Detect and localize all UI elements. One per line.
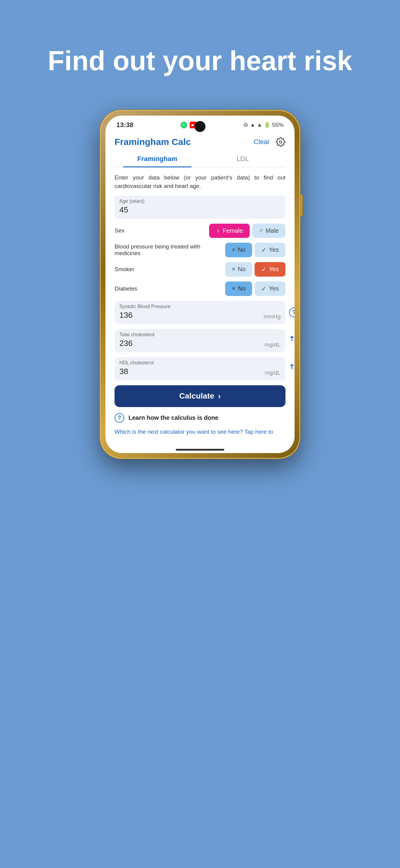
status-time: 13:38 — [116, 121, 133, 129]
sex-toggle-group: ♀ Female ♂ Male — [209, 224, 285, 238]
age-input-group: Age (years) — [115, 195, 285, 219]
total-cholesterol-row: mg/dL — [119, 339, 281, 348]
total-cholesterol-section: Total cholesterol mg/dL — [115, 329, 285, 352]
diabetes-row: Diabetes × No ✓ Yes — [115, 281, 285, 296]
camera-notch — [195, 121, 205, 132]
hdl-cholesterol-unit: mg/dL — [264, 370, 281, 376]
tab-framingham[interactable]: Framingham — [115, 151, 200, 167]
systolic-bp-input-group: Systolic Blood Pressure mmHg — [115, 301, 285, 324]
diabetes-toggle-group: × No ✓ Yes — [225, 281, 285, 296]
yes-check-icon: ✓ — [261, 246, 266, 254]
age-label: Age (years) — [119, 198, 281, 204]
bp-yes-button[interactable]: ✓ Yes — [255, 243, 285, 257]
settings-icon[interactable] — [276, 137, 285, 147]
total-cholesterol-input-group: Total cholesterol mg/dL — [115, 329, 285, 352]
signal-icon: ▲ — [257, 122, 262, 128]
phone-screen: 13:38 ✆ ▶ ⊖ ▲ ▲ 🔋 55% Framingham Calc — [106, 116, 294, 453]
clear-button[interactable]: Clear — [254, 138, 270, 146]
sex-label: Sex — [115, 227, 209, 234]
learn-row[interactable]: ? Learn how the calculus is done — [115, 413, 285, 423]
smoker-no-button[interactable]: × No — [225, 262, 252, 277]
hdl-cholesterol-section: HDL cholesterol mg/dL — [115, 357, 285, 380]
smoker-row: Smoker × No ✓ Yes — [115, 262, 285, 277]
female-icon: ♀ — [216, 227, 220, 234]
systolic-bp-input[interactable] — [119, 311, 232, 320]
total-cholesterol-input[interactable] — [119, 339, 232, 348]
hero-title: Find out your heart risk — [18, 45, 382, 77]
footer-link-area[interactable]: Which is the next calculator you want to… — [115, 428, 285, 436]
hdl-cholesterol-row: mg/dL — [119, 367, 281, 376]
hdl-cholesterol-convert-icon[interactable] — [289, 363, 294, 375]
systolic-bp-info-icon[interactable]: ? — [289, 308, 294, 317]
home-bar — [176, 449, 224, 451]
footer-link[interactable]: Which is the next calculator you want to… — [115, 429, 273, 435]
phone-frame: 13:38 ✆ ▶ ⊖ ▲ ▲ 🔋 55% Framingham Calc — [100, 110, 300, 459]
systolic-bp-row: mmHg — [119, 311, 281, 320]
svg-point-0 — [279, 141, 282, 143]
smoker-yes-icon: ✓ — [261, 266, 266, 273]
description-text: Enter your data below (or your patient's… — [115, 174, 285, 191]
smoker-label: Smoker — [115, 266, 225, 273]
total-cholesterol-unit: mg/dL — [264, 341, 281, 348]
phone-wrapper: 13:38 ✆ ▶ ⊖ ▲ ▲ 🔋 55% Framingham Calc — [100, 110, 300, 504]
learn-text: Learn how the calculus is done — [128, 414, 219, 421]
systolic-bp-section: Systolic Blood Pressure mmHg ? — [115, 301, 285, 324]
smoker-no-icon: × — [232, 266, 235, 273]
diabetes-yes-icon: ✓ — [261, 285, 266, 292]
app-title: Framingham Calc — [115, 137, 191, 147]
blood-pressure-label: Blood pressure being treated with medici… — [115, 243, 225, 257]
chevron-right-icon: › — [218, 391, 221, 401]
calculate-button[interactable]: Calculate › — [115, 385, 285, 407]
battery-percent: 55% — [272, 122, 284, 128]
blood-pressure-row: Blood pressure being treated with medici… — [115, 243, 285, 257]
hdl-cholesterol-label: HDL cholesterol — [119, 360, 281, 366]
blood-pressure-toggle-group: × No ✓ Yes — [225, 243, 285, 257]
sex-row: Sex ♀ Female ♂ Male — [115, 224, 285, 238]
diabetes-yes-button[interactable]: ✓ Yes — [255, 281, 285, 296]
app-content: Framingham Calc Clear Framingham — [106, 132, 294, 445]
hdl-cholesterol-input-group: HDL cholesterol mg/dL — [115, 357, 285, 380]
total-cholesterol-convert-icon[interactable] — [289, 335, 294, 346]
hero-section: Find out your heart risk — [0, 0, 400, 110]
sex-female-button[interactable]: ♀ Female — [209, 224, 250, 238]
status-system-icons: ⊖ ▲ ▲ 🔋 55% — [243, 121, 284, 128]
systolic-bp-unit: mmHg — [264, 313, 281, 320]
tab-ldl[interactable]: LDL — [200, 151, 285, 167]
learn-info-icon: ? — [115, 413, 124, 423]
no-cross-icon: × — [232, 246, 235, 253]
total-cholesterol-label: Total cholesterol — [119, 332, 281, 337]
tab-bar: Framingham LDL — [115, 151, 285, 167]
sex-male-button[interactable]: ♂ Male — [252, 224, 285, 238]
whatsapp-icon: ✆ — [180, 122, 187, 128]
diabetes-label: Diabetes — [115, 285, 225, 292]
hdl-cholesterol-input[interactable] — [119, 367, 232, 376]
bp-no-button[interactable]: × No — [225, 243, 252, 257]
systolic-bp-label: Systolic Blood Pressure — [119, 304, 281, 309]
mute-icon: ⊖ — [243, 121, 248, 128]
header-actions: Clear — [254, 137, 285, 147]
wifi-icon: ▲ — [250, 122, 255, 128]
battery-icon: 🔋 — [264, 122, 270, 128]
smoker-toggle-group: × No ✓ Yes — [225, 262, 285, 277]
male-icon: ♂ — [259, 227, 263, 234]
status-app-icons: ✆ ▶ — [180, 122, 196, 128]
app-header: Framingham Calc Clear — [115, 132, 285, 151]
age-input[interactable] — [119, 205, 281, 215]
home-indicator-area — [106, 445, 294, 453]
smoker-yes-button[interactable]: ✓ Yes — [255, 262, 285, 277]
diabetes-no-icon: × — [232, 285, 235, 292]
diabetes-no-button[interactable]: × No — [225, 281, 252, 296]
